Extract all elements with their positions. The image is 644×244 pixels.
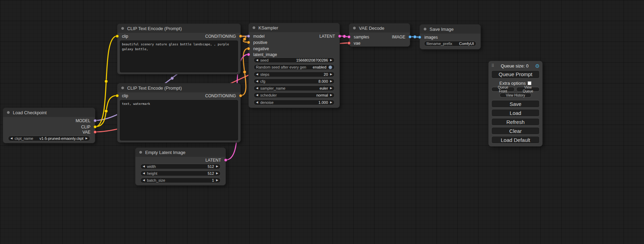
- port-clip-input[interactable]: [116, 35, 119, 38]
- node-title-bar[interactable]: VAE Decode: [349, 24, 410, 33]
- widget-filename-prefix[interactable]: filename_prefix ComfyUI: [424, 41, 476, 46]
- node-clip-text-encode-negative[interactable]: CLIP Text Encode (Prompt) clip CONDITION…: [117, 83, 241, 143]
- arrow-left-icon[interactable]: ◀: [256, 86, 258, 91]
- node-title: VAE Decode: [359, 26, 384, 31]
- port-image-output[interactable]: [408, 35, 412, 38]
- prompt-textarea[interactable]: text, watermark: [120, 100, 238, 141]
- port-latent-image-input[interactable]: [247, 53, 250, 56]
- arrow-left-icon[interactable]: ◀: [256, 58, 258, 63]
- node-title: Empty Latent Image: [145, 150, 185, 155]
- arrow-left-icon[interactable]: ◀: [143, 164, 145, 169]
- port-samples-input[interactable]: [347, 35, 351, 38]
- arrow-right-icon[interactable]: ▶: [330, 72, 332, 77]
- port-label-clip: clip: [122, 34, 128, 39]
- widget-denoise[interactable]: ◀ denoise 1.000 ▶: [254, 100, 335, 105]
- graph-canvas[interactable]: { "colors": { "model": "#B39DDB", "clip"…: [0, 0, 644, 244]
- view-queue-button[interactable]: View Queue: [516, 87, 540, 92]
- arrow-right-icon[interactable]: ▶: [216, 164, 218, 169]
- port-positive-input[interactable]: [247, 41, 250, 44]
- widget-ckpt-name[interactable]: ◀ ckpt_name v1-5-pruned-emaonly.ckpt ▶: [8, 136, 90, 141]
- arrow-left-icon[interactable]: ◀: [256, 93, 258, 98]
- collapse-dot-icon[interactable]: [353, 26, 356, 30]
- port-clip-output[interactable]: [94, 125, 97, 128]
- arrow-left-icon[interactable]: ◀: [256, 72, 258, 77]
- load-button[interactable]: Load: [491, 109, 540, 117]
- extra-options-checkbox[interactable]: [528, 81, 531, 85]
- node-save-image[interactable]: Save Image images filename_prefix ComfyU…: [420, 24, 481, 49]
- refresh-button[interactable]: Refresh: [491, 118, 540, 126]
- load-default-button[interactable]: Load Default: [491, 136, 540, 144]
- port-model-input[interactable]: [247, 35, 250, 38]
- node-title-bar[interactable]: Load Checkpoint: [3, 108, 95, 117]
- port-model-output[interactable]: [94, 119, 97, 122]
- arrow-right-icon[interactable]: ▶: [216, 178, 218, 183]
- queue-prompt-button[interactable]: Queue Prompt: [491, 70, 540, 79]
- node-clip-text-encode-positive[interactable]: CLIP Text Encode (Prompt) clip CONDITION…: [117, 24, 241, 74]
- widget-width[interactable]: ◀ width 512 ▶: [140, 164, 221, 169]
- save-button[interactable]: Save: [491, 100, 540, 108]
- arrow-left-icon[interactable]: ◀: [256, 100, 258, 105]
- widget-label: ckpt_name: [15, 136, 33, 141]
- node-title-bar[interactable]: CLIP Text Encode (Prompt): [117, 83, 240, 92]
- widget-label: scheduler: [260, 93, 277, 98]
- collapse-dot-icon[interactable]: [121, 27, 124, 30]
- collapse-dot-icon[interactable]: [139, 151, 142, 154]
- widget-batch-size[interactable]: ◀ batch_size 1 ▶: [140, 178, 221, 183]
- widget-scheduler[interactable]: ◀ scheduler normal ▶: [254, 92, 335, 98]
- queue-front-button[interactable]: Queue Front: [491, 87, 515, 92]
- arrow-left-icon[interactable]: ◀: [143, 171, 145, 176]
- widget-random-seed-toggle[interactable]: Random seed after every gen enabled: [254, 64, 335, 70]
- widget-height[interactable]: ◀ height 512 ▶: [140, 171, 221, 176]
- node-title-bar[interactable]: Save Image: [420, 25, 480, 34]
- arrow-left-icon[interactable]: ◀: [143, 178, 145, 183]
- port-latent-output[interactable]: [338, 35, 341, 38]
- settings-gear-icon[interactable]: ⚙: [535, 63, 540, 69]
- collapse-dot-icon[interactable]: [121, 86, 124, 90]
- arrow-right-icon[interactable]: ▶: [216, 171, 218, 176]
- collapse-dot-icon[interactable]: [7, 111, 10, 114]
- node-empty-latent-image[interactable]: Empty Latent Image LATENT ◀ width 512 ▶ …: [135, 147, 226, 186]
- widget-sampler-name[interactable]: ◀ sampler_name euler ▶: [254, 85, 335, 91]
- view-history-button[interactable]: View History: [500, 93, 531, 98]
- arrow-left-icon[interactable]: ◀: [10, 136, 12, 141]
- clear-button[interactable]: Clear: [491, 127, 540, 135]
- port-vae-input[interactable]: [347, 42, 351, 45]
- port-vae-output[interactable]: [94, 130, 97, 134]
- widget-seed[interactable]: ◀ seed 156680208700286 ▶: [254, 57, 335, 63]
- node-title-bar[interactable]: CLIP Text Encode (Prompt): [117, 24, 240, 33]
- arrow-right-icon[interactable]: ▶: [330, 86, 332, 91]
- toggle-knob-icon[interactable]: [328, 65, 332, 69]
- node-title-bar[interactable]: Empty Latent Image: [135, 148, 226, 157]
- arrow-left-icon[interactable]: ◀: [256, 79, 258, 84]
- widget-cfg[interactable]: ◀ cfg 8.000 ▶: [254, 79, 335, 84]
- widget-value: 20: [324, 72, 328, 77]
- arrow-right-icon[interactable]: ▶: [330, 93, 332, 98]
- arrow-right-icon[interactable]: ▶: [330, 100, 332, 105]
- node-title-bar[interactable]: KSampler: [249, 23, 339, 32]
- node-title: CLIP Text Encode (Prompt): [127, 26, 182, 31]
- node-ksampler[interactable]: KSampler model positive negative latent_…: [248, 23, 340, 108]
- arrow-right-icon[interactable]: ▶: [330, 79, 332, 84]
- node-vae-decode[interactable]: VAE Decode samples vae IMAGE: [349, 23, 410, 47]
- drag-handle-icon[interactable]: ⠿: [491, 63, 494, 68]
- arrow-right-icon[interactable]: ▶: [86, 136, 88, 141]
- port-conditioning-output[interactable]: [239, 35, 242, 38]
- port-label-samples: samples: [354, 35, 369, 39]
- queue-menu-panel[interactable]: ⠿ Queue size: 0 ⚙ Queue Prompt Extra opt…: [488, 61, 542, 146]
- widget-steps[interactable]: ◀ steps 20 ▶: [254, 72, 335, 77]
- port-conditioning-output[interactable]: [239, 94, 242, 97]
- port-label-conditioning: CONDITIONING: [205, 34, 236, 39]
- node-load-checkpoint[interactable]: Load Checkpoint MODEL CLIP VAE ◀ ckpt_na…: [3, 108, 95, 143]
- collapse-dot-icon[interactable]: [423, 27, 427, 31]
- port-latent-output[interactable]: [224, 159, 227, 162]
- port-clip-input[interactable]: [116, 94, 119, 97]
- collapse-dot-icon[interactable]: [252, 26, 256, 29]
- widget-value: normal: [316, 93, 328, 98]
- arrow-right-icon[interactable]: ▶: [330, 58, 332, 63]
- port-label-clip: clip: [122, 93, 128, 98]
- widget-label: seed: [260, 58, 268, 63]
- widget-value: 156680208700286: [296, 58, 328, 63]
- prompt-textarea[interactable]: beautiful scenery nature glass bottle la…: [120, 40, 238, 72]
- port-negative-input[interactable]: [247, 47, 250, 50]
- port-images-input[interactable]: [418, 36, 421, 39]
